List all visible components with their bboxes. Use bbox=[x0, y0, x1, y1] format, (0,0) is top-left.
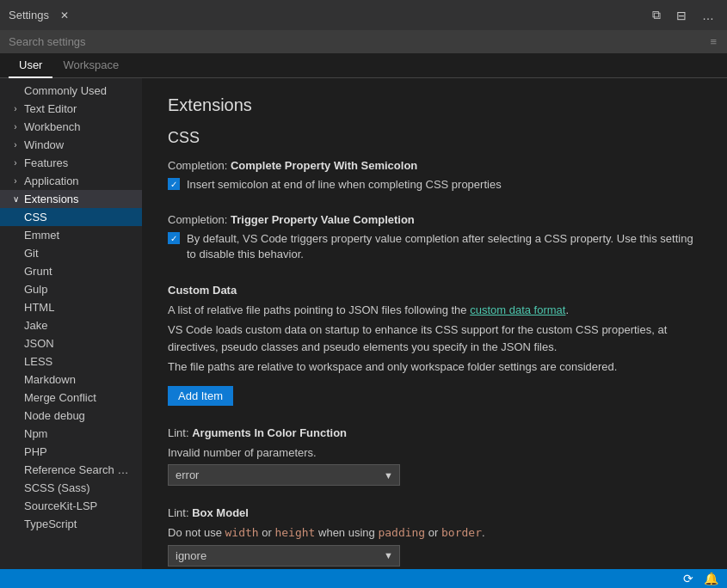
arrow-icon: › bbox=[10, 158, 21, 168]
code-border: border bbox=[441, 526, 482, 539]
code-width: width bbox=[225, 526, 259, 539]
lint-color-function-dropdown[interactable]: error warning ignore bbox=[168, 464, 400, 486]
setting-label: Completion: Trigger Property Value Compl… bbox=[168, 213, 701, 226]
desc-text-end: . bbox=[565, 303, 569, 316]
setting-label: Custom Data bbox=[168, 284, 701, 297]
css-section-title: CSS bbox=[168, 129, 701, 147]
open-in-new-window-icon[interactable]: ⧉ bbox=[648, 6, 665, 24]
status-bar: ⟳ 🔔 bbox=[0, 569, 727, 588]
setting-custom-data: Custom Data A list of relative file path… bbox=[168, 284, 701, 406]
custom-data-desc1: A list of relative file paths pointing t… bbox=[168, 302, 701, 319]
custom-data-format-link[interactable]: custom data format bbox=[470, 303, 565, 316]
arrow-icon: › bbox=[10, 104, 21, 113]
sidebar-item-label: Text Editor bbox=[24, 102, 77, 115]
setting-label-prefix: Lint: bbox=[168, 426, 192, 439]
sidebar-sub-item-node-debug[interactable]: Node debug bbox=[0, 407, 142, 425]
tab-user[interactable]: User bbox=[9, 53, 52, 78]
desc-text: or bbox=[425, 526, 441, 539]
sidebar-item-features[interactable]: › Features bbox=[0, 154, 142, 172]
title-bar-title: Settings bbox=[9, 9, 49, 21]
lint-box-model-dropdown[interactable]: ignore warning error bbox=[168, 545, 400, 567]
sidebar-item-text-editor[interactable]: › Text Editor bbox=[0, 100, 142, 118]
page-title: Extensions bbox=[168, 95, 701, 115]
setting-label-prefix: Lint: bbox=[168, 506, 192, 519]
desc-text: when using bbox=[315, 526, 378, 539]
sidebar-item-label: Commonly Used bbox=[24, 84, 107, 97]
sidebar-sub-item-jake[interactable]: Jake bbox=[0, 316, 142, 334]
setting-label: Lint: Box Model bbox=[168, 506, 701, 519]
sidebar: Commonly Used › Text Editor › Workbench … bbox=[0, 78, 142, 569]
sidebar-sub-item-emmet[interactable]: Emmet bbox=[0, 226, 142, 244]
sidebar-sub-item-npm[interactable]: Npm bbox=[0, 425, 142, 443]
setting-lint-color-function: Lint: Arguments In Color Function Invali… bbox=[168, 426, 701, 487]
arrow-icon: › bbox=[10, 176, 21, 186]
close-tab-button[interactable]: ✕ bbox=[56, 8, 73, 23]
setting-lint-box-model: Lint: Box Model Do not use width or heig… bbox=[168, 506, 701, 567]
sidebar-item-workbench[interactable]: › Workbench bbox=[0, 118, 142, 136]
sidebar-item-application[interactable]: › Application bbox=[0, 172, 142, 190]
tab-workspace[interactable]: Workspace bbox=[52, 53, 129, 78]
setting-label-strong: Custom Data bbox=[168, 284, 237, 297]
desc-text: Do not use bbox=[168, 526, 225, 539]
setting-label-prefix: Completion: bbox=[168, 213, 231, 226]
custom-data-desc2: VS Code loads custom data on startup to … bbox=[168, 322, 701, 355]
sidebar-sub-item-php[interactable]: PHP bbox=[0, 443, 142, 461]
sidebar-sub-item-git[interactable]: Git bbox=[0, 244, 142, 262]
sidebar-sub-item-scss[interactable]: SCSS (Sass) bbox=[0, 479, 142, 497]
setting-label-strong: Complete Property With Semicolon bbox=[231, 159, 417, 172]
setting-label-strong: Box Model bbox=[192, 506, 249, 519]
sidebar-sub-item-json[interactable]: JSON bbox=[0, 334, 142, 352]
sidebar-item-label: Workbench bbox=[24, 120, 81, 133]
code-padding: padding bbox=[378, 526, 425, 539]
sidebar-sub-item-gulp[interactable]: Gulp bbox=[0, 280, 142, 298]
arrow-icon: › bbox=[10, 140, 21, 150]
check-icon: ✓ bbox=[170, 234, 177, 243]
more-actions-icon[interactable]: … bbox=[698, 7, 718, 24]
search-input[interactable] bbox=[9, 35, 718, 48]
desc-text-end: . bbox=[482, 526, 485, 539]
sidebar-sub-item-html[interactable]: HTML bbox=[0, 298, 142, 316]
content-area: Extensions CSS Completion: Complete Prop… bbox=[142, 78, 727, 569]
sidebar-sub-item-reference-search[interactable]: Reference Search … bbox=[0, 461, 142, 479]
bell-icon[interactable]: 🔔 bbox=[704, 572, 718, 585]
chevron-down-icon: ∨ bbox=[10, 194, 21, 204]
desc-text: A list of relative file paths pointing t… bbox=[168, 303, 470, 316]
lint-color-dropdown-wrapper: error warning ignore ▼ bbox=[168, 464, 400, 486]
sidebar-sub-item-sourcekit[interactable]: SourceKit-LSP bbox=[0, 497, 142, 515]
checkbox-row: ✓ By default, VS Code triggers property … bbox=[168, 231, 701, 262]
setting-label: Completion: Complete Property With Semic… bbox=[168, 159, 701, 172]
sidebar-item-extensions[interactable]: ∨ Extensions bbox=[0, 190, 142, 208]
sidebar-sub-item-less[interactable]: LESS bbox=[0, 352, 142, 371]
sidebar-sub-item-typescript[interactable]: TypeScript bbox=[0, 515, 142, 533]
sidebar-item-window[interactable]: › Window bbox=[0, 136, 142, 154]
tabs-row: User Workspace bbox=[0, 53, 727, 78]
code-height: height bbox=[274, 526, 315, 539]
sidebar-sub-item-css[interactable]: CSS bbox=[0, 208, 142, 226]
setting-label-strong: Trigger Property Value Completion bbox=[231, 213, 415, 226]
checkbox-row: ✓ Insert semicolon at end of line when c… bbox=[168, 177, 701, 193]
setting-label-prefix: Completion: bbox=[168, 159, 231, 172]
sidebar-item-label: Application bbox=[24, 175, 79, 187]
setting-label-strong: Arguments In Color Function bbox=[192, 426, 347, 439]
sync-icon[interactable]: ⟳ bbox=[683, 572, 693, 585]
sidebar-item-label: Extensions bbox=[24, 193, 79, 205]
title-bar-right: ⧉ ⊟ … bbox=[648, 6, 718, 24]
add-item-button[interactable]: Add Item bbox=[168, 386, 233, 406]
title-bar-left: Settings ✕ bbox=[9, 8, 73, 23]
sidebar-sub-item-grunt[interactable]: Grunt bbox=[0, 262, 142, 280]
setting-label: Lint: Arguments In Color Function bbox=[168, 426, 701, 439]
setting-completion-trigger: Completion: Trigger Property Value Compl… bbox=[168, 213, 701, 262]
sidebar-sub-item-merge-conflict[interactable]: Merge Conflict bbox=[0, 389, 142, 407]
sidebar-sub-item-markdown[interactable]: Markdown bbox=[0, 371, 142, 389]
custom-data-desc3: The file paths are relative to workspace… bbox=[168, 358, 701, 376]
clear-search-icon[interactable]: ≡ bbox=[710, 35, 717, 48]
setting-completion-semicolon: Completion: Complete Property With Semic… bbox=[168, 159, 701, 193]
sidebar-item-label: Window bbox=[24, 138, 64, 151]
title-bar: Settings ✕ ⧉ ⊟ … bbox=[0, 0, 727, 30]
sidebar-item-commonly-used[interactable]: Commonly Used bbox=[0, 82, 142, 100]
checkbox-completion-semicolon[interactable]: ✓ bbox=[168, 178, 180, 190]
checkbox-label: Insert semicolon at end of line when com… bbox=[187, 177, 502, 193]
split-editor-icon[interactable]: ⊟ bbox=[672, 7, 691, 24]
check-icon: ✓ bbox=[170, 180, 177, 189]
checkbox-completion-trigger[interactable]: ✓ bbox=[168, 232, 180, 244]
